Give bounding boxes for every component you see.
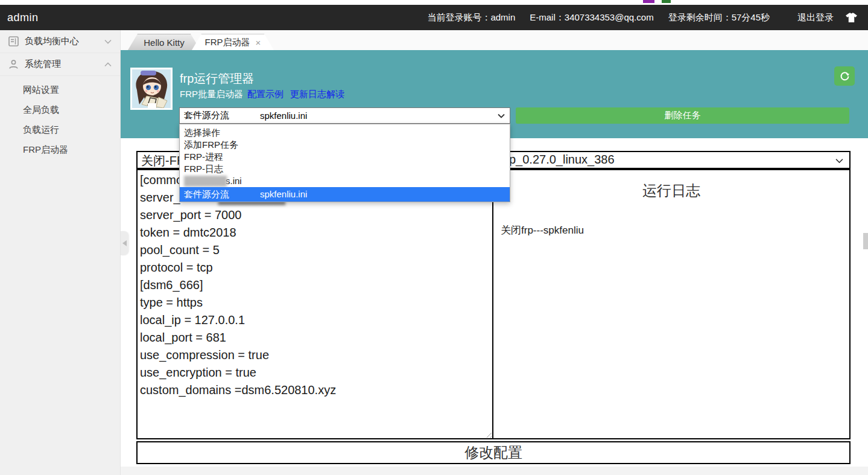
run-log-panel: 运行日志 关闭frp---spkfenliu [493,170,849,438]
config-line: local_port = 681 [140,329,490,346]
session-remaining-label: 登录剩余时间：57分45秒 [668,12,770,24]
sidebar: 负载均衡中心 系统管理 网站设置 全局负载 负载运行 FRP启动器 [0,30,121,475]
delete-task-button[interactable]: 删除任务 [516,107,849,124]
chevron-down-icon [498,113,505,118]
config-line: use_encryption = true [140,364,490,381]
tshirt-icon-svg [846,13,857,23]
config-line: pool_count = 5 [140,241,490,259]
page-scrollbar-thumb[interactable] [863,233,868,249]
sidebar-group-load-balance[interactable]: 负载均衡中心 [0,30,120,53]
dropdown-option-choose[interactable]: 选择操作 [180,127,510,139]
sidebar-group-system-manage[interactable]: 系统管理 [0,53,120,76]
bottom-strip [121,467,868,475]
action-select-value-name: 套件源分流 [184,110,229,121]
changelog-link[interactable]: 更新日志解读 [290,89,344,100]
page-subtitle: FRP批量启动器 [180,89,243,100]
task-select-value-right: p_0.27.0_linux_386 [509,153,615,167]
refresh-icon [840,71,850,81]
dropdown-option-frp-log[interactable]: FRP-日志 [180,163,510,175]
sidebar-item-global-load[interactable]: 全局负载 [0,100,120,120]
action-select-value-file: spkfenliu.ini [260,110,307,121]
browser-edge-strip [0,0,868,5]
refresh-button[interactable] [834,66,855,86]
sidebar-item-website-settings[interactable]: 网站设置 [0,80,120,100]
topbar-right: 当前登录账号：admin E-mail：3407334353@qq.com 登录… [413,12,857,24]
option-name: 套件源分流 [184,189,229,199]
page-title: frp运行管理器 [180,71,254,87]
tshirt-icon[interactable] [846,13,857,23]
topbar: admin 当前登录账号：admin E-mail：3407334353@qq.… [0,5,868,30]
load-balance-icon [8,36,19,46]
config-line: token = dmtc2018 [140,224,490,241]
config-line: use_compression = true [140,346,490,364]
config-example-link[interactable]: 配置示例 [247,89,284,100]
chevron-down-icon [104,39,112,44]
chevron-down-icon [835,158,843,164]
dropdown-option-spkfenliu-selected[interactable]: 套件源分流 spkfenliu.ini [180,187,510,202]
email-label: E-mail：3407334353@qq.com [530,12,653,24]
config-line: custom_domains =dsm6.520810.xyz [140,381,490,399]
textarea-resize-handle[interactable] [484,430,492,438]
sidebar-group-label: 系统管理 [25,59,61,70]
avatar [130,68,173,110]
current-account-label: 当前登录账号：admin [427,12,515,24]
avatar-anime-girl [132,69,171,108]
config-line: server_port = 7000 [140,206,490,224]
sidebar-item-frp-launcher[interactable]: FRP启动器 [0,139,120,159]
collapse-arrow-left-icon [122,240,127,246]
user-icon [8,59,19,69]
tab-hello-kitty[interactable]: Hello Kitty [128,34,200,50]
config-textarea[interactable]: [common] server_addr = █████████ server_… [138,170,492,438]
dropdown-option-censored-ini[interactable]: ████████s.ini [180,175,510,187]
censored-suffix: s.ini [226,176,242,186]
favicon-artifact-green [662,0,671,3]
sidebar-item-load-run[interactable]: 负载运行 [0,120,120,139]
config-line: protocol = tcp [140,259,490,276]
brand-title: admin [7,11,39,24]
sidebar-group-label: 负载均衡中心 [25,36,79,47]
option-file: spkfenliu.ini [260,187,307,202]
config-line: [dsm6_666] [140,276,490,294]
tab-label: Hello Kitty [144,37,185,48]
sidebar-collapse-handle[interactable] [121,231,128,255]
action-select[interactable]: 套件源分流 spkfenliu.ini [179,107,510,124]
app-root: admin 当前登录账号：admin E-mail：3407334353@qq.… [0,0,868,475]
content-panels: [common] server_addr = █████████ server_… [136,169,851,439]
log-entry: 关闭frp---spkfenliu [493,223,849,237]
tab-frp-launcher[interactable]: FRP启动器 × [192,34,274,50]
dropdown-option-add-task[interactable]: 添加FRP任务 [180,139,510,151]
chevron-up-icon [104,62,112,67]
sidebar-submenu: 网站设置 全局负载 负载运行 FRP启动器 [0,76,120,159]
censored-text: ████████ [184,176,226,186]
action-select-dropdown: 选择操作 添加FRP任务 FRP-进程 FRP-日志 ████████s.ini… [179,124,510,202]
run-log-title: 运行日志 [493,181,849,200]
modify-config-button[interactable]: 修改配置 [136,441,851,464]
dropdown-option-frp-process[interactable]: FRP-进程 [180,151,510,163]
logout-button[interactable]: 退出登录 [797,12,834,24]
favicon-artifact-purple [643,0,654,3]
tab-close-icon[interactable]: × [256,37,261,48]
config-line: type = https [140,294,490,311]
tab-label: FRP启动器 [205,37,250,48]
tabbar: Hello Kitty FRP启动器 × [121,30,868,50]
config-line: local_ip = 127.0.0.1 [140,311,490,329]
